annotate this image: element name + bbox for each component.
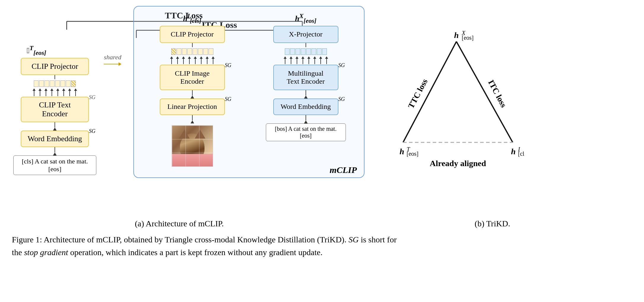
left-branch: 𝑕T[eos] CLIP Projector — [9, 44, 101, 175]
svg-text:TTC loss: TTC loss — [406, 77, 429, 110]
triangle-area: h X [eos] h T [eos] h I [cls] TTC loss I… — [382, 30, 530, 178]
mclip-image-encoder: CLIP ImageEncoder SG — [160, 65, 225, 90]
mclip-inner: hI[cls] CLIP Projector — [140, 12, 358, 169]
mclip-text-arrows — [284, 57, 328, 64]
mclip-input-text: [bos] A cat sat on the mat. [eos] — [266, 123, 346, 141]
cat-image — [172, 125, 213, 167]
x-projector: X-Projector — [273, 26, 338, 43]
mclip-clip-projector: CLIP Projector — [160, 26, 225, 43]
left-clip-text-encoder: CLIP TextEncoder SG — [21, 97, 89, 122]
h-i-cls-label: hI[cls] — [183, 12, 201, 25]
left-word-embedding: Word Embedding SG — [21, 131, 89, 147]
mclip-image-arrows — [170, 57, 215, 64]
svg-text:[eos]: [eos] — [407, 150, 418, 157]
h-x-eos-label: hX[eos] — [295, 12, 316, 25]
svg-text:[eos]: [eos] — [462, 34, 474, 41]
svg-text:Already aligned: Already aligned — [430, 159, 486, 168]
left-multi-arrows — [33, 89, 77, 96]
svg-text:ITC loss: ITC loss — [486, 78, 509, 109]
caption-b: (b) TriKD. — [350, 219, 635, 228]
svg-line-8 — [403, 42, 456, 142]
caption-row: (a) Architecture of mCLIP. (b) TriKD. — [9, 217, 635, 228]
mclip-image-col: hI[cls] CLIP Projector — [140, 12, 245, 169]
diagram-area: TTC Loss ITC Loss 𝑕T[eos] CLIP Projector — [9, 6, 635, 214]
main-container: TTC Loss ITC Loss 𝑕T[eos] CLIP Projector — [0, 0, 644, 302]
mclip-image-token-strip — [171, 48, 213, 55]
svg-text:h: h — [511, 147, 516, 156]
left-token-strip — [34, 80, 76, 87]
left-clip-projector: CLIP Projector — [21, 58, 89, 75]
figure-caption: Figure 1: Architecture of mCLIP, obtaine… — [9, 228, 635, 259]
h-t-eos-label: 𝑕T[eos] — [27, 44, 46, 57]
mclip-word-embedding: Word Embedding SG — [273, 98, 338, 115]
mclip-label: mCLIP — [330, 165, 357, 175]
caption-a: (a) Architecture of mCLIP. — [9, 219, 350, 228]
mclip-text-col: hX[eos] X-Projector — [253, 12, 358, 169]
mclip-text-token-strip — [285, 48, 327, 55]
svg-line-9 — [456, 42, 513, 142]
multilingual-encoder: MultilingualText Encoder SG — [273, 65, 338, 90]
mclip-box: hI[cls] CLIP Projector — [133, 6, 365, 178]
triangle-svg: h X [eos] h T [eos] h I [cls] TTC loss I… — [388, 30, 525, 178]
svg-text:h: h — [399, 147, 404, 156]
svg-text:h: h — [454, 31, 459, 40]
mclip-linear-projection: Linear Projection SG — [160, 98, 225, 115]
left-input-text: [cls] A cat sat on the mat. [eos] — [13, 155, 96, 175]
svg-text:[cls]: [cls] — [518, 150, 525, 157]
shared-arrow-area: shared — [101, 53, 124, 66]
